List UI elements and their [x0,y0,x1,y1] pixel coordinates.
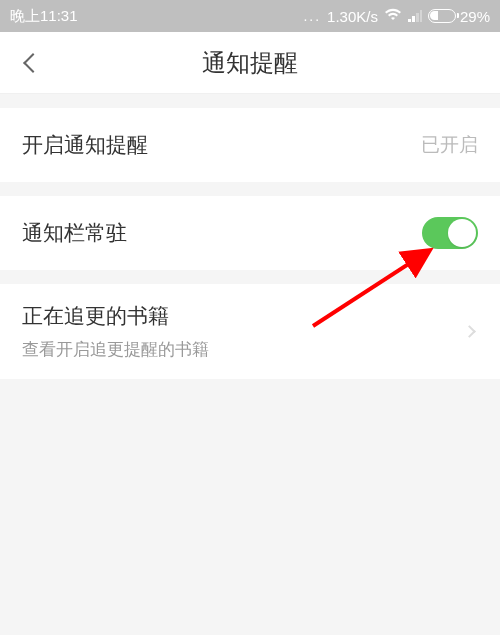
section-gap [0,94,500,108]
section-gap [0,270,500,284]
toggle-knob [448,219,476,247]
row-label: 正在追更的书籍 [22,302,209,330]
chevron-right-icon [463,325,476,338]
row-enable-notifications[interactable]: 开启通知提醒 已开启 [0,108,500,182]
battery-icon: 29% [428,8,490,25]
status-time: 晚上11:31 [10,7,78,26]
section-gap [0,182,500,196]
status-dots-icon: ... [303,8,321,24]
status-right: ... 1.30K/s 29% [303,8,490,25]
status-bar: 晚上11:31 ... 1.30K/s 29% [0,0,500,32]
network-speed: 1.30K/s [327,8,378,25]
row-following-books[interactable]: 正在追更的书籍 查看开启追更提醒的书籍 [0,284,500,379]
page-title: 通知提醒 [202,47,298,79]
back-button[interactable] [18,48,48,78]
row-label: 通知栏常驻 [22,219,127,247]
nav-header: 通知提醒 [0,32,500,94]
chevron-left-icon [23,53,43,73]
battery-percent: 29% [460,8,490,25]
row-subtitle: 查看开启追更提醒的书籍 [22,338,209,361]
row-text-group: 正在追更的书籍 查看开启追更提醒的书籍 [22,302,209,361]
wifi-icon [384,8,402,25]
signal-icon [408,8,422,25]
row-label: 开启通知提醒 [22,131,148,159]
row-value: 已开启 [421,132,478,158]
persistent-toggle[interactable] [422,217,478,249]
empty-area [0,379,500,635]
row-persistent-notification: 通知栏常驻 [0,196,500,270]
